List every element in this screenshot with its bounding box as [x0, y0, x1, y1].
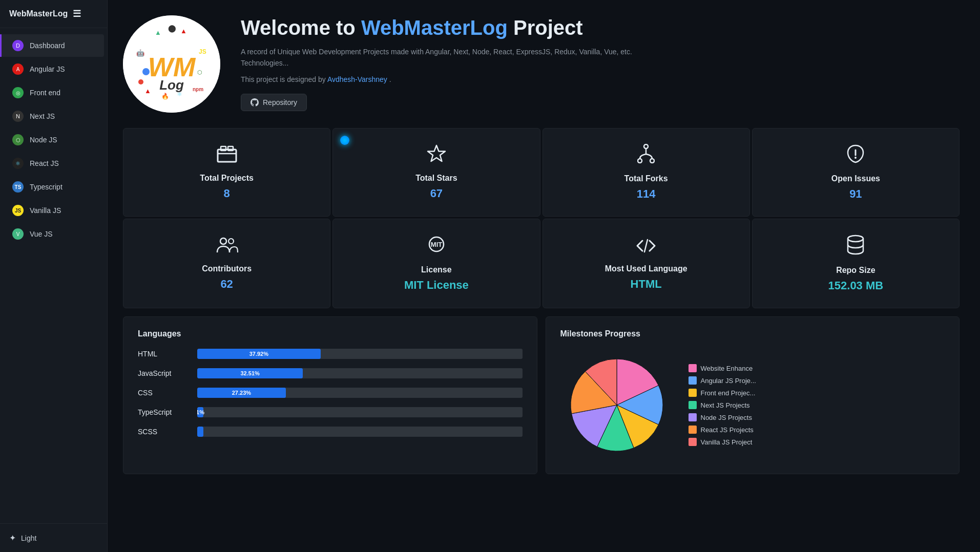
legend-label: Website Enhance — [701, 365, 753, 372]
welcome-prefix: Welcome to — [241, 16, 361, 39]
contributors-label: Contributors — [202, 264, 252, 273]
language-bar-fill: 32.51% — [197, 368, 303, 378]
svg-text:MIT: MIT — [431, 241, 442, 248]
pie-chart — [560, 349, 673, 461]
svg-text:JS: JS — [199, 48, 206, 55]
legend-item: React JS Projects — [689, 426, 756, 434]
project-logo: ▲ ⬤ ▲ JS 🤖 ⬡ npm ▲ 🔥 ⚛ — [123, 15, 220, 113]
contributors-stat-icon — [216, 236, 238, 258]
header-section: ▲ ⬤ ▲ JS 🤖 ⬡ npm ▲ 🔥 ⚛ — [123, 15, 960, 113]
language-name: JavaScript — [138, 369, 189, 377]
sidebar-item-typescript[interactable]: TS Typescript — [3, 176, 104, 198]
stat-card-most-used-lang: Most Used LanguageHTML — [543, 219, 750, 308]
language-bar-bg: 1% — [197, 407, 523, 417]
sidebar-item-vanillajs[interactable]: JS Vanilla JS — [3, 199, 104, 222]
stat-card-total-stars: Total Stars67 — [332, 128, 540, 217]
stat-card-total-forks: Total Forks114 — [543, 128, 750, 217]
sidebar-item-angularjs[interactable]: A Angular JS — [3, 58, 104, 80]
sidebar-item-vuejs[interactable]: V Vue JS — [3, 223, 104, 245]
svg-text:🤖: 🤖 — [136, 49, 145, 57]
language-bar-bg — [197, 427, 523, 437]
svg-point-20 — [644, 144, 648, 148]
designer-link[interactable]: Avdhesh-Varshney — [327, 75, 387, 83]
sidebar-item-frontend[interactable]: ◎ Front end — [3, 81, 104, 104]
sidebar-label-vanillajs: Vanilla JS — [30, 206, 61, 215]
sidebar-item-nextjs[interactable]: N Next JS — [3, 105, 104, 128]
sun-icon: ✦ — [9, 533, 16, 543]
legend-item: Front end Projec... — [689, 389, 756, 397]
repo-size-value: 152.03 MB — [828, 279, 884, 292]
welcome-suffix: Project — [513, 16, 583, 39]
total-forks-value: 114 — [637, 187, 656, 201]
nextjs-icon: N — [12, 111, 24, 122]
svg-rect-15 — [218, 150, 236, 162]
sidebar-item-reactjs[interactable]: ⚛ React JS — [3, 152, 104, 175]
contributors-value: 62 — [220, 278, 233, 291]
reactjs-icon: ⚛ — [12, 158, 24, 169]
svg-line-30 — [644, 240, 648, 252]
legend-item: Node JS Projects — [689, 413, 756, 421]
language-row: CSS27.23% — [138, 388, 523, 398]
language-row: HTML37.92% — [138, 349, 523, 359]
license-stat-icon: MIT — [428, 235, 445, 259]
total-projects-label: Total Projects — [200, 174, 254, 183]
vuejs-icon: V — [12, 228, 24, 240]
svg-point-25 — [854, 157, 857, 159]
sidebar-item-dashboard[interactable]: D Dashboard — [0, 34, 104, 57]
language-row: TypeScript1% — [138, 407, 523, 417]
svg-point-22 — [650, 159, 654, 163]
open-issues-value: 91 — [849, 187, 862, 201]
language-name: CSS — [138, 389, 189, 397]
legend-label: Front end Projec... — [701, 389, 756, 397]
issues-stat-icon — [847, 144, 864, 168]
frontend-icon: ◎ — [12, 87, 24, 98]
legend-label: Vanilla JS Project — [701, 438, 753, 446]
nodejs-icon: ⬡ — [12, 134, 24, 145]
sidebar-item-nodejs[interactable]: ⬡ Node JS — [3, 129, 104, 151]
language-name: HTML — [138, 350, 189, 358]
sidebar-label-dashboard: Dashboard — [30, 41, 65, 50]
legend-label: Next JS Projects — [701, 401, 750, 409]
language-bar-bg: 37.92% — [197, 349, 523, 359]
sidebar-label-angularjs: Angular JS — [30, 65, 65, 73]
svg-point-31 — [848, 236, 863, 242]
projects-stat-icon — [217, 144, 237, 167]
most-used-lang-label: Most Used Language — [605, 264, 687, 273]
legend-label: React JS Projects — [701, 426, 754, 434]
designer-prefix: This project is designed by — [241, 75, 327, 83]
designer-credit: This project is designed by Avdhesh-Vars… — [241, 75, 960, 83]
repository-button[interactable]: Repository — [241, 94, 307, 111]
license-value: MIT License — [404, 279, 469, 292]
sidebar-bottom: ✦ Light — [0, 523, 107, 552]
sidebar-label-nextjs: Next JS — [30, 112, 55, 120]
sidebar-label-frontend: Front end — [30, 89, 60, 97]
languages-list: HTML37.92%JavaScript32.51%CSS27.23%TypeS… — [138, 349, 523, 437]
sidebar-label-nodejs: Node JS — [30, 136, 57, 144]
light-mode-toggle[interactable]: ✦ Light — [9, 533, 98, 543]
languages-panel: Languages HTML37.92%JavaScript32.51%CSS2… — [123, 316, 537, 474]
glow-dot — [340, 136, 349, 145]
total-stars-label: Total Stars — [415, 174, 457, 183]
sidebar-header: WebMasterLog ☰ — [0, 0, 107, 28]
stat-card-repo-size: Repo Size152.03 MB — [752, 219, 960, 308]
svg-text:⬡: ⬡ — [197, 69, 202, 75]
total-projects-value: 8 — [224, 187, 230, 200]
legend-label: Node JS Projects — [701, 414, 752, 421]
total-stars-value: 67 — [430, 187, 443, 200]
repo-size-label: Repo Size — [836, 266, 875, 275]
forks-stat-icon — [637, 144, 655, 168]
most-used-lang-value: HTML — [631, 278, 662, 291]
language-name: TypeScript — [138, 408, 189, 416]
svg-text:▲: ▲ — [144, 87, 151, 95]
main-content: ▲ ⬤ ▲ JS 🤖 ⬡ npm ▲ 🔥 ⚛ — [108, 0, 980, 552]
language-row: JavaScript32.51% — [138, 368, 523, 378]
legend-item: Website Enhance — [689, 364, 756, 372]
hamburger-icon[interactable]: ☰ — [73, 8, 81, 19]
svg-text:npm: npm — [193, 87, 203, 92]
chart-area: Website EnhanceAngular JS Proje...Front … — [560, 349, 945, 461]
bottom-section: Languages HTML37.92%JavaScript32.51%CSS2… — [123, 316, 960, 474]
language-bar-bg: 32.51% — [197, 368, 523, 378]
sidebar: WebMasterLog ☰ D Dashboard A Angular JS … — [0, 0, 108, 552]
svg-point-27 — [228, 239, 234, 244]
project-name-highlight: WebMasterLog — [361, 16, 508, 39]
